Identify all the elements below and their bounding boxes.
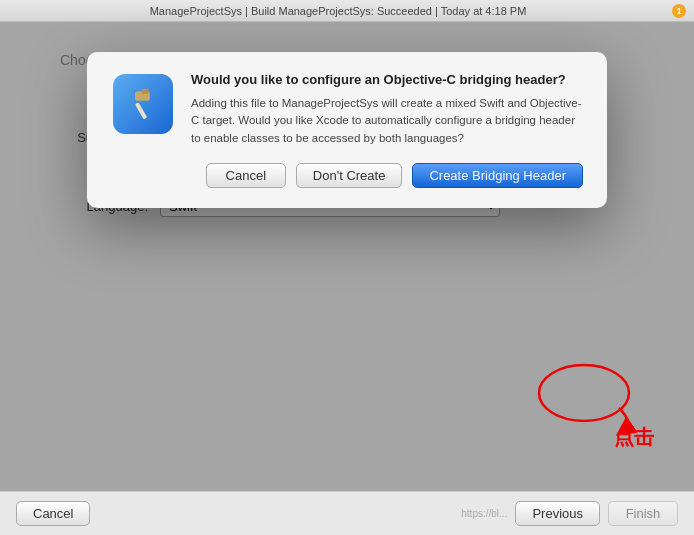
url-hint: https://bl...	[461, 508, 507, 519]
bottom-left: Cancel	[16, 501, 90, 526]
dialog-message: Adding this file to ManageProjectSys wil…	[191, 95, 583, 147]
dialog-overlay: Would you like to configure an Objective…	[0, 22, 694, 491]
svg-rect-3	[142, 89, 149, 94]
dialog-title: Would you like to configure an Objective…	[191, 72, 583, 87]
title-bar: ManageProjectSys | Build ManageProjectSy…	[0, 0, 694, 22]
cancel-button[interactable]: Cancel	[206, 163, 286, 188]
dialog-body: Would you like to configure an Objective…	[191, 72, 583, 147]
warning-badge: 1	[672, 4, 686, 18]
bottom-bar: Cancel https://bl... Previous Finish	[0, 491, 694, 535]
dont-create-button[interactable]: Don't Create	[296, 163, 403, 188]
title-bar-text: ManageProjectSys | Build ManageProjectSy…	[8, 5, 668, 17]
previous-button[interactable]: Previous	[515, 501, 600, 526]
create-bridging-header-button[interactable]: Create Bridging Header	[412, 163, 583, 188]
cancel-bottom-button[interactable]: Cancel	[16, 501, 90, 526]
finish-button[interactable]: Finish	[608, 501, 678, 526]
svg-rect-0	[113, 74, 173, 134]
bridging-header-dialog: Would you like to configure an Objective…	[87, 52, 607, 208]
dialog-header: Would you like to configure an Objective…	[111, 72, 583, 147]
xcode-icon	[111, 72, 175, 136]
dialog-buttons: Cancel Don't Create Create Bridging Head…	[111, 163, 583, 188]
bottom-right: https://bl... Previous Finish	[461, 501, 678, 526]
